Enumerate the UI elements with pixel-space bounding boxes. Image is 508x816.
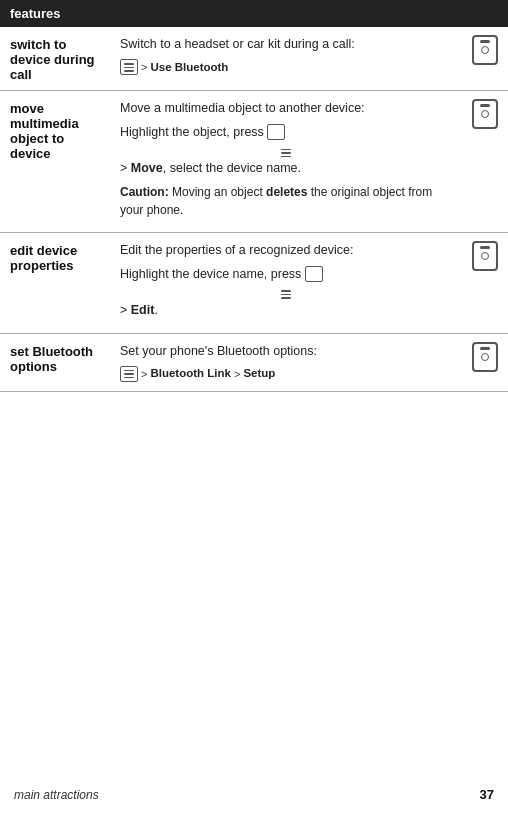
footer-text: main attractions	[14, 788, 99, 802]
feature-cell: edit device properties	[0, 232, 110, 333]
feature-cell: move multimedia object to device	[0, 91, 110, 233]
table-row: edit device properties Edit the properti…	[0, 232, 508, 333]
nav-label-setup: Setup	[243, 365, 275, 382]
arrow: >	[141, 59, 147, 76]
desc-text: Switch to a headset or car kit during a …	[120, 35, 452, 54]
icon-cell	[462, 232, 508, 333]
nav-path: > Use Bluetooth	[120, 59, 452, 76]
desc-text-2: Highlight the device name, press	[120, 265, 452, 284]
menu-icon	[120, 59, 138, 75]
desc-cell: Switch to a headset or car kit during a …	[110, 27, 462, 91]
device-icon	[472, 35, 498, 65]
table-row: switch to device during call Switch to a…	[0, 27, 508, 91]
menu-icon	[120, 366, 138, 382]
page-footer: main attractions 37	[0, 777, 508, 816]
icon-cell	[462, 91, 508, 233]
feature-cell: switch to device during call	[0, 27, 110, 91]
table-row: move multimedia object to device Move a …	[0, 91, 508, 233]
desc-text-1: Move a multimedia object to another devi…	[120, 99, 452, 118]
device-icon	[472, 342, 498, 372]
arrow: >	[141, 366, 147, 383]
inline-menu-icon	[305, 266, 323, 282]
nav-label-bluetooth: Bluetooth Link	[150, 365, 231, 382]
desc-text-2: Highlight the object, press	[120, 123, 452, 142]
nav-path: > Bluetooth Link > Setup	[120, 365, 452, 382]
footer-page-number: 37	[480, 787, 494, 802]
desc-cell: Set your phone's Bluetooth options: > Bl…	[110, 333, 462, 391]
inline-menu-icon	[267, 124, 285, 140]
arrow-2: >	[234, 366, 240, 383]
device-icon	[472, 241, 498, 271]
desc-cell: Edit the properties of a recognized devi…	[110, 232, 462, 333]
table-header: features	[0, 0, 508, 27]
icon-cell	[462, 333, 508, 391]
device-icon	[472, 99, 498, 129]
desc-text: Set your phone's Bluetooth options:	[120, 342, 452, 361]
feature-cell: set Bluetooth options	[0, 333, 110, 391]
caution-text: Caution: Moving an object deletes the or…	[120, 183, 452, 219]
features-table: features switch to device during call Sw…	[0, 0, 508, 392]
nav-label: Use Bluetooth	[150, 59, 228, 76]
desc-cell: Move a multimedia object to another devi…	[110, 91, 462, 233]
icon-cell	[462, 27, 508, 91]
page-content: features switch to device during call Sw…	[0, 0, 508, 777]
table-row: set Bluetooth options Set your phone's B…	[0, 333, 508, 391]
desc-text-1: Edit the properties of a recognized devi…	[120, 241, 452, 260]
